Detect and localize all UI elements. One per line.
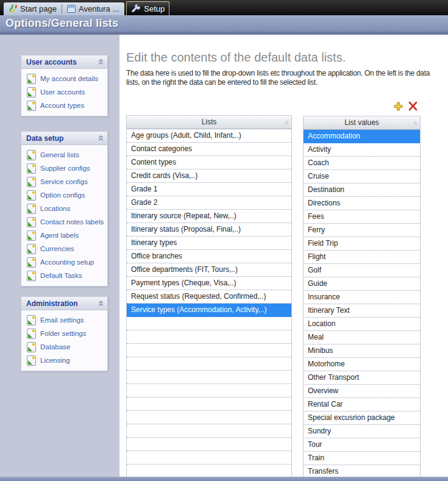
lists-column-header[interactable]: Lists ▲ [127,116,291,129]
sidebar-item-currencies[interactable]: Currencies [21,242,107,255]
page-icon [27,271,36,281]
tab-label: Aventura ... [79,4,119,13]
sidebar-item-option-configs[interactable]: Option configs [21,188,107,202]
empty-row [127,424,291,438]
sidebar-item-contact-notes-labels[interactable]: Contact notes labels [21,215,107,229]
sidebar-item-agent-labels[interactable]: Agent labels [21,229,107,242]
sidebar-item-label: Default Tasks [40,272,82,279]
app-window: Start page Aventura ... Setup [0,0,448,481]
table-row[interactable]: Motorhome [304,358,420,371]
table-row[interactable]: Guide [304,277,420,291]
table-row[interactable]: Golf [304,264,420,277]
sidebar-item-my-account-details[interactable]: My account details [21,72,107,85]
table-row[interactable]: Accommodation [304,130,420,143]
table-row[interactable]: Fees [304,210,420,224]
page-icon [27,342,36,352]
lists-table-body: Age groups (Adult, Child, Infant,..)Cont… [127,129,291,478]
page-icon [27,204,36,214]
page-icon [27,315,36,326]
empty-row [127,397,291,411]
sidebar-item-account-types[interactable]: Account types [21,99,107,112]
table-row[interactable]: Age groups (Adult, Child, Infant,..) [127,129,291,143]
sidebar-item-label: Option configs [40,191,85,199]
sidebar-item-service-configs[interactable]: Service configs [21,175,107,188]
sidebar-item-label: Licensing [40,357,70,364]
table-row[interactable]: Itinerary types [127,237,291,250]
delete-value-button[interactable] [407,101,419,112]
sidebar-item-label: User accounts [40,88,85,96]
table-row[interactable]: Overview [304,385,420,398]
table-row[interactable]: Credit cards (Visa,..) [127,169,291,183]
tab-start-page[interactable]: Start page [5,2,61,15]
section-header[interactable]: Data setup [21,132,107,145]
sidebar-item-database[interactable]: Database [21,340,107,354]
window-icon [67,5,76,13]
table-row[interactable]: Tour [304,438,420,452]
tab-aventura[interactable]: Aventura ... [63,2,123,15]
table-row[interactable]: Content types [127,156,291,169]
page-icon [27,244,36,254]
empty-row [127,451,291,465]
table-row[interactable]: Payment types (Cheque, Visa,..) [127,277,291,290]
lists-table: Lists ▲ Age groups (Adult, Child, Infant… [126,115,292,481]
tab-setup[interactable]: Setup [126,1,169,15]
sidebar-item-email-settings[interactable]: Email settings [21,313,107,327]
section-title: Administration [26,299,78,308]
table-row[interactable]: Request status (Requested, Confirmed,..) [127,290,291,304]
sidebar-item-licensing[interactable]: Licensing [21,354,107,367]
table-row[interactable]: Contact categories [127,143,291,156]
collapse-chevron-icon[interactable] [98,298,104,309]
table-row[interactable]: Grade 1 [127,183,291,196]
table-row[interactable]: Cruise [304,170,420,183]
collapse-chevron-icon[interactable] [98,57,104,68]
table-row[interactable]: Activity [304,143,420,157]
add-value-button[interactable] [393,101,404,112]
table-row[interactable]: Service types (Accommodation, Activity,.… [127,304,291,317]
table-row[interactable]: Destination [304,183,420,197]
main-description: The data here is used to fill the drop-d… [126,69,443,88]
table-row[interactable]: Special excusrion package [304,412,420,425]
sidebar-item-locations[interactable]: Locations [21,202,107,215]
table-row[interactable]: Itinerary source (Repeat, New,..) [127,210,291,223]
table-row[interactable]: Office branches [127,250,291,263]
empty-row [127,371,291,384]
sidebar-item-accounting-setup[interactable]: Accounting setup [21,255,107,269]
page-icon [27,217,36,227]
sidebar-item-supplier-configs[interactable]: Supplier configs [21,162,107,175]
table-row[interactable]: Itinerary Text [304,304,420,318]
table-row[interactable]: Meal [304,331,420,344]
sidebar-section-user-accounts: User accountsMy account detailsUser acco… [21,55,108,116]
table-row[interactable]: Ferry [304,224,420,237]
sidebar-item-label: Currencies [40,245,74,252]
sidebar-section-administration: AdministrationEmail settingsFolder setti… [21,296,108,371]
table-row[interactable]: Coach [304,157,420,170]
table-row[interactable]: Location [304,318,420,331]
page-icon [27,329,36,339]
collapse-chevron-icon[interactable] [98,133,104,144]
table-row[interactable]: Office departments (FIT, Tours,..) [127,263,291,277]
table-row[interactable]: Other Transport [304,371,420,385]
table-row[interactable]: Directions [304,197,420,210]
sidebar-item-general-lists[interactable]: General lists [21,148,107,162]
sidebar-item-label: Locations [40,205,70,212]
sidebar-item-default-tasks[interactable]: Default Tasks [21,269,107,282]
sidebar-item-label: Agent labels [40,232,79,239]
list-values-header-label: List values [344,118,379,127]
sidebar-item-folder-settings[interactable]: Folder settings [21,327,107,340]
table-row[interactable]: Rental Car [304,398,420,412]
table-row[interactable]: Field Trip [304,237,420,251]
table-row[interactable]: Insurance [304,291,420,304]
section-title: User accounts [26,58,77,66]
table-row[interactable]: Grade 2 [127,196,291,210]
section-header[interactable]: User accounts [21,55,107,69]
empty-row [127,330,291,344]
sidebar-item-user-accounts[interactable]: User accounts [21,85,107,99]
table-row[interactable]: Flight [304,251,420,264]
sidebar-item-label: General lists [40,151,79,159]
table-row[interactable]: Sundry [304,425,420,438]
section-header[interactable]: Administration [21,297,107,310]
table-row[interactable]: Itinerary status (Proposal, Final,..) [127,223,291,237]
table-row[interactable]: Minibus [304,344,420,358]
table-row[interactable]: Train [304,452,420,465]
list-values-column-header[interactable]: List values ▲ [304,116,420,130]
